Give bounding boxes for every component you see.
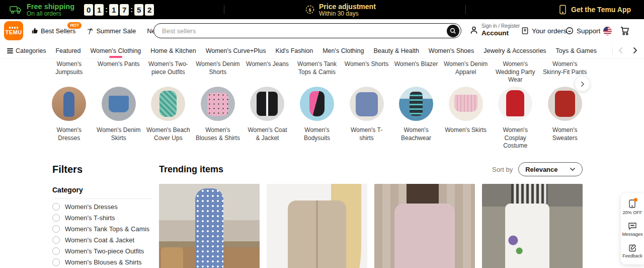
support-label: Support — [577, 27, 600, 35]
coin-icon: $ — [305, 5, 315, 15]
nav-item-mens-clothing[interactable]: Men's Clothing — [323, 47, 364, 54]
filter-option-two-piece[interactable]: Women's Two-piece Outfits — [52, 247, 152, 254]
messages-button[interactable]: Messages — [622, 222, 642, 237]
product-card-maxi-dress[interactable] — [159, 184, 260, 268]
nav-item-womens-clothing[interactable]: Women's Clothing — [90, 47, 141, 54]
category-item-pants[interactable]: Women's Pants — [94, 60, 144, 84]
your-orders-link[interactable]: Your orders — [521, 19, 567, 42]
get-app-link[interactable]: Get the Temu App — [559, 0, 631, 19]
summer-sale-label: Summer Sale — [96, 27, 136, 35]
nav-prev-chevron-icon[interactable] — [615, 44, 627, 56]
category-image-tshirts — [350, 87, 384, 121]
category-row-images: Women's Dresses Women's Denim Skirts Wom… — [44, 87, 590, 150]
trending-items-title: Trending items — [159, 164, 223, 175]
nav-item-toys-games[interactable]: Toys & Games — [556, 47, 597, 54]
feedback-button[interactable]: Feedback — [622, 243, 642, 258]
cart-button[interactable] — [620, 19, 630, 42]
best-sellers-link[interactable]: Best Sellers HOT — [31, 27, 75, 35]
carousel-next-button[interactable] — [575, 77, 590, 91]
category-item-wedding-party[interactable]: Women's Wedding Party Wear — [491, 60, 540, 84]
site-header: TEMU Best Sellers HOT Summer Sale New Ar… — [0, 19, 644, 42]
sort-value: Relevance — [525, 166, 557, 173]
get-app-label: Get the Temu App — [571, 6, 631, 14]
filter-option-tshirts[interactable]: Women's T-shirts — [52, 214, 152, 221]
timer-digit: 0 — [84, 4, 93, 16]
category-item-skirts[interactable]: Women's Skirts — [441, 87, 491, 150]
thumbs-up-icon — [31, 27, 38, 34]
radio-icon[interactable] — [52, 214, 60, 222]
search-button[interactable] — [447, 25, 459, 37]
category-item-beachwear[interactable]: Women's Beachwear — [391, 87, 441, 150]
category-item-denim-skirts[interactable]: Women's Denim Skirts — [94, 87, 144, 150]
category-item-denim-apparel[interactable]: Women's Denim Apparel — [441, 60, 491, 84]
category-item-cosplay[interactable]: Women's Cosplay Costume — [491, 87, 540, 150]
category-item-blazer[interactable]: Women's Blazer — [391, 60, 441, 84]
hot-badge: HOT — [67, 22, 82, 29]
free-shipping-promo: Free shipping On all orders 0 1 : 1 7 : … — [9, 0, 154, 19]
category-item-denim-shorts[interactable]: Women's Denim Shorts — [193, 60, 243, 84]
product-card-pink-shirt[interactable] — [374, 184, 475, 268]
category-item-blouses[interactable]: Women's Blouses & Shirts — [193, 87, 243, 150]
product-card-floral-pants[interactable] — [482, 184, 583, 268]
account-menu[interactable]: Sign in / Register Account — [469, 23, 520, 37]
radio-icon[interactable] — [52, 258, 60, 266]
price-adjustment-subtitle: Within 30 days — [319, 11, 376, 17]
radio-icon[interactable] — [52, 247, 60, 255]
phone-discount-icon — [628, 199, 636, 209]
account-label: Account — [481, 29, 520, 37]
category-image-beachwear — [399, 87, 433, 121]
category-item-jeans[interactable]: Women's Jeans — [243, 60, 292, 84]
radio-icon[interactable] — [52, 203, 60, 211]
filter-option-coat-jacket[interactable]: Women's Coat & Jacket — [52, 236, 152, 243]
search-bar[interactable] — [153, 23, 461, 38]
category-image-beach-cover-ups — [151, 87, 185, 121]
sort-by-label: Sort by — [492, 166, 513, 173]
app-discount-button[interactable]: 20% OFF — [623, 199, 642, 215]
category-item-shorts[interactable]: Women's Shorts — [342, 60, 391, 84]
feedback-label: Feedback — [622, 253, 642, 258]
timer-digit: 7 — [120, 4, 129, 16]
product-card-henley-top[interactable] — [267, 184, 367, 268]
temu-logo[interactable]: TEMU — [4, 21, 23, 40]
filter-option-dresses[interactable]: Women's Dresses — [52, 203, 152, 210]
search-icon — [450, 28, 456, 34]
filter-option-tank-tops[interactable]: Women's Tank Tops & Camis — [52, 225, 152, 232]
nav-item-womens-shoes[interactable]: Women's Shoes — [429, 47, 474, 54]
nav-next-chevron-icon[interactable] — [629, 44, 641, 56]
filter-option-blouses[interactable]: Women's Blouses & Shirts — [52, 258, 152, 265]
nav-item-kids-fashion[interactable]: Kid's Fashion — [276, 47, 313, 54]
category-nav: Categories Featured Women's Clothing Hom… — [0, 42, 644, 59]
search-input[interactable] — [161, 27, 447, 35]
category-item-bodysuits[interactable]: Women's Bodysuits — [292, 87, 342, 150]
nav-item-categories[interactable]: Categories — [7, 47, 46, 54]
category-item-two-piece[interactable]: Women's Two-piece Outfits — [143, 60, 193, 84]
category-item-tshirts[interactable]: Women's T-shirts — [342, 87, 391, 150]
radio-icon[interactable] — [52, 225, 60, 233]
us-flag-icon[interactable] — [603, 27, 612, 35]
nav-item-beauty-health[interactable]: Beauty & Health — [374, 47, 419, 54]
radio-icon[interactable] — [52, 236, 60, 244]
category-item-tank-tops[interactable]: Women's Tank Tops & Camis — [292, 60, 342, 84]
free-shipping-title: Free shipping — [27, 3, 74, 11]
price-adjustment-title: Price adjustment — [319, 3, 376, 11]
category-image-cosplay — [498, 87, 532, 121]
nav-item-womens-curve-plus[interactable]: Women's Curve+Plus — [206, 47, 266, 54]
category-image-denim-skirts — [102, 87, 136, 121]
nav-item-home-kitchen[interactable]: Home & Kitchen — [150, 47, 196, 54]
category-item-dresses[interactable]: Women's Dresses — [44, 87, 94, 150]
nav-item-featured[interactable]: Featured — [55, 47, 80, 54]
category-item-sweaters[interactable]: Women's Sweaters — [540, 87, 590, 150]
palm-tree-icon — [87, 27, 94, 35]
sort-dropdown[interactable]: Relevance — [518, 162, 583, 176]
topbar-divider — [224, 5, 224, 14]
category-image-blouses — [201, 87, 235, 121]
person-icon — [469, 25, 478, 35]
category-item-jumpsuits[interactable]: Women's Jumpsuits — [44, 60, 94, 84]
category-item-beach-cover-ups[interactable]: Women's Beach Cover Ups — [143, 87, 193, 150]
filters-title: Filters — [52, 164, 152, 175]
summer-sale-link[interactable]: Summer Sale — [87, 27, 136, 35]
timer-digit: 1 — [109, 4, 118, 16]
nav-item-jewelry-accessories[interactable]: Jewelry & Accessories — [484, 47, 546, 54]
category-item-coat-jacket[interactable]: Women's Coat & Jacket — [243, 87, 292, 150]
support-link[interactable]: Support — [566, 19, 600, 42]
